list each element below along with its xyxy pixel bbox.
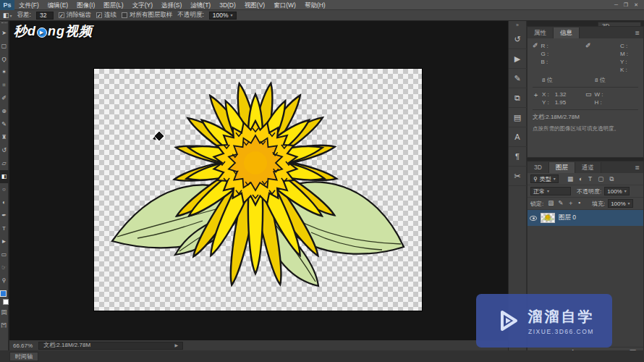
path-selection-tool[interactable]: ► (0, 235, 9, 248)
watermark-title: 溜溜自学 (528, 307, 595, 327)
measurement-panel-icon[interactable]: ✂ (509, 167, 527, 186)
layer-comps-panel-icon[interactable]: ▤ (509, 108, 527, 127)
lasso-tool[interactable]: Ϙ (0, 53, 9, 66)
contiguous-label: 连续 (104, 11, 116, 20)
filter-pixel-layers-icon[interactable]: ▦ (566, 175, 575, 183)
flower-artwork (94, 69, 422, 311)
canvas-document[interactable] (94, 69, 422, 311)
panel-menu-icon[interactable]: ≣ (631, 162, 643, 173)
menu-layer[interactable]: 图层(L) (99, 0, 127, 10)
menu-filter[interactable]: 滤镜(T) (186, 0, 215, 10)
tolerance-label: 容差: (17, 11, 31, 20)
sample-all-layers-checkbox[interactable]: 对所有图层取样 (122, 11, 173, 20)
layer-opacity-input[interactable]: 100% ▾ (604, 187, 629, 195)
actions-panel-icon[interactable]: ▶ (509, 49, 527, 69)
background-color-swatch[interactable] (3, 299, 9, 305)
timeline-bar: 时间轴 (0, 350, 644, 362)
menu-image[interactable]: 图像(I) (72, 0, 99, 10)
layer-thumbnail[interactable] (541, 213, 555, 223)
lock-transparency-icon[interactable]: ▨ (546, 199, 555, 208)
layer-row[interactable]: 图层 0 (528, 210, 643, 226)
anti-alias-checkbox[interactable]: ✓ 消除锯齿 (59, 11, 91, 20)
tab-timeline[interactable]: 时间轴 (9, 352, 38, 361)
paint-bucket-tool-preset[interactable]: ◧ ▾ (3, 12, 12, 19)
history-panel-icon[interactable]: ↺ (509, 30, 527, 49)
bit-depth[interactable]: 8 位 (533, 76, 585, 84)
bit-depth[interactable]: 8 位 (585, 76, 638, 84)
character-panel-icon[interactable]: A (509, 127, 527, 147)
paint-bucket-icon: ◧ (3, 12, 9, 19)
restore-button[interactable]: ❐ (624, 2, 628, 8)
blur-tool[interactable]: ○ (0, 183, 9, 196)
crop-tool[interactable]: ⌗ (0, 79, 9, 92)
watermark-url: ZIXUE.3D66.COM (528, 328, 594, 335)
layer-name[interactable]: 图层 0 (559, 214, 576, 222)
layer-filter-select[interactable]: ⚲ 类型 ▾ (530, 174, 559, 183)
layer-visibility-eye-icon[interactable] (530, 216, 537, 221)
shape-tool[interactable]: ▭ (0, 248, 9, 261)
sample-all-layers-label: 对所有图层取样 (130, 11, 173, 20)
paragraph-panel-icon[interactable]: ¶ (509, 147, 527, 167)
dock-icon-list: ↺▶✎⧉▤A¶✂ (509, 30, 527, 186)
clone-stamp-tool[interactable]: ♜ (0, 131, 9, 144)
filter-smart-objects-icon[interactable]: ⧉ (608, 175, 615, 183)
blend-mode-select[interactable]: 正常 ▾ (530, 187, 571, 195)
styles-panel-icon[interactable]: ✎ (509, 69, 527, 88)
play-icon: ▶ (37, 28, 47, 38)
eraser-tool[interactable]: ▱ (0, 157, 9, 170)
tab-info[interactable]: 信息 (554, 28, 580, 38)
filter-adjustment-layers-icon[interactable]: ◐ (577, 175, 584, 183)
menu-edit[interactable]: 编辑(E) (43, 0, 72, 10)
filter-shape-layers-icon[interactable]: ▢ (596, 175, 605, 183)
move-tool[interactable]: ➤ (0, 27, 9, 40)
hand-tool[interactable]: ☞ (0, 261, 9, 274)
zoom-tool[interactable]: ⚲ (0, 274, 9, 287)
menu-type[interactable]: 文字(Y) (128, 0, 157, 10)
type-tool[interactable]: T (0, 222, 9, 235)
liuliu-watermark: 溜溜自学 ZIXUE.3D66.COM (476, 294, 612, 348)
minimize-button[interactable]: ─ (614, 2, 618, 8)
menu-view[interactable]: 视图(V) (240, 0, 269, 10)
quick-mask-button[interactable]: 回 (0, 306, 9, 319)
screen-mode-button[interactable]: 凹 (0, 319, 9, 332)
magic-wand-tool[interactable]: ✶ (0, 66, 9, 79)
rgb-readout: ✐ R : G : B : (533, 42, 585, 74)
marquee-tool[interactable]: ▢ (0, 40, 9, 53)
menu-file[interactable]: 文件(F) (14, 0, 43, 10)
menu-3d[interactable]: 3D(D) (215, 0, 240, 10)
filter-type-layers-icon[interactable]: T (587, 175, 593, 183)
tab-3d[interactable]: 3D (528, 162, 549, 173)
lock-position-icon[interactable]: ＋ (566, 199, 575, 208)
history-brush-tool[interactable]: ↺ (0, 144, 9, 157)
tab-properties[interactable]: 属性 (528, 28, 554, 38)
document-size-status[interactable]: 文档:2.18M/2.78M ▶ (38, 342, 183, 350)
layer-opacity-label: 不透明度: (577, 188, 601, 195)
menu-select[interactable]: 选择(S) (157, 0, 186, 10)
eyedropper-tool[interactable]: ✐ (0, 92, 9, 105)
tab-layers[interactable]: 图层 (549, 162, 575, 173)
collapse-dock-icon[interactable]: » (516, 21, 519, 30)
lock-all-icon[interactable]: ▪ (577, 199, 582, 208)
menu-help[interactable]: 帮助(H) (300, 0, 330, 10)
watermark-text: 秒d (14, 22, 36, 40)
menu-window[interactable]: 窗口(W) (269, 0, 300, 10)
brush-tool[interactable]: ✎ (0, 118, 9, 131)
color-swatches (0, 289, 9, 306)
blend-mode-row: 正常 ▾ 不透明度: 100% ▾ (528, 185, 643, 198)
contiguous-checkbox[interactable]: ✓ 连续 (96, 11, 116, 20)
tab-channels[interactable]: 通道 (575, 162, 601, 173)
dodge-tool[interactable]: ◐ (0, 196, 9, 209)
toolbar-grip[interactable] (1, 22, 7, 25)
lock-pixels-icon[interactable]: ✎ (556, 199, 564, 208)
panel-menu-icon[interactable]: ≣ (631, 28, 643, 38)
healing-brush-tool[interactable]: ⊕ (0, 105, 9, 118)
zoom-level[interactable]: 66.67% (13, 342, 33, 349)
fill-input[interactable]: 100% ▾ (608, 199, 632, 208)
opacity-input[interactable]: 100% ▾ (209, 12, 237, 20)
clone-source-panel-icon[interactable]: ⧉ (509, 88, 527, 108)
close-button[interactable]: ✕ (634, 2, 638, 8)
paint-bucket-tool[interactable]: ◧ (0, 170, 9, 183)
foreground-color-swatch[interactable] (0, 290, 7, 297)
tolerance-input[interactable]: 32 (36, 12, 54, 20)
pen-tool[interactable]: ✒ (0, 209, 9, 222)
